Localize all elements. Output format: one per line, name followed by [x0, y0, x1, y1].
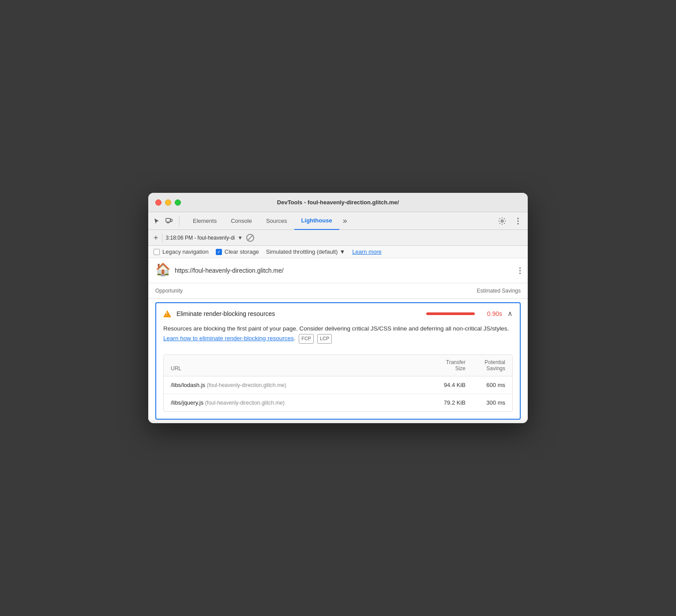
throttle-select[interactable]: Simulated throttling (default) ▼ — [266, 248, 345, 255]
svg-point-5 — [518, 220, 519, 222]
devtools-body: Elements Console Sources Lighthouse » — [148, 212, 528, 419]
close-button[interactable] — [155, 199, 161, 206]
devtools-window: DevTools - foul-heavenly-direction.glitc… — [148, 193, 528, 423]
audit-savings-bar — [426, 312, 475, 315]
tab-bar-actions — [496, 215, 524, 227]
learn-eliminate-link[interactable]: Learn how to eliminate render-blocking r… — [163, 335, 294, 342]
description-text: Resources are blocking the first paint o… — [163, 325, 509, 332]
toolbar-url: 3:18:06 PM - foul-heavenly-di ▼ — [166, 235, 243, 241]
lighthouse-app-icon: 🏠 — [155, 263, 169, 278]
clear-storage-option[interactable]: ✓ Clear storage — [216, 248, 259, 255]
url-more-button[interactable] — [519, 267, 521, 274]
table-row: /libs/jquery.js (foul-heavenly-direction… — [164, 394, 512, 411]
legacy-nav-checkbox[interactable] — [154, 249, 160, 255]
toolbar: + 3:18:06 PM - foul-heavenly-di ▼ — [148, 230, 528, 246]
more-tabs-button[interactable]: » — [339, 212, 351, 230]
row-url-2: /libs/jquery.js (foul-heavenly-direction… — [171, 399, 426, 406]
row-url-1: /libs/lodash.js (foul-heavenly-direction… — [171, 382, 426, 388]
url-chevron-icon[interactable]: ▼ — [237, 235, 243, 241]
row-savings-1: 600 ms — [466, 382, 505, 388]
audit-item: Eliminate render-blocking resources 0.90… — [155, 302, 521, 419]
audit-row: Eliminate render-blocking resources 0.90… — [156, 303, 520, 324]
opportunity-label: Opportunity — [155, 288, 183, 294]
timestamp-text: 3:18:06 PM - foul-heavenly-di — [166, 235, 235, 241]
page-url: https://foul-heavenly-direction.glitch.m… — [175, 267, 514, 274]
clear-storage-checkbox[interactable]: ✓ — [216, 249, 222, 255]
col-savings-header: PotentialSavings — [466, 359, 505, 372]
traffic-lights — [155, 199, 181, 206]
row-size-1: 94.4 KiB — [426, 382, 466, 388]
audit-bar-container — [426, 312, 475, 315]
window-title: DevTools - foul-heavenly-direction.glitc… — [277, 199, 399, 206]
cursor-icon[interactable] — [152, 216, 161, 226]
opportunity-header: Opportunity Estimated Savings — [148, 283, 528, 299]
svg-rect-0 — [166, 218, 170, 222]
tab-console[interactable]: Console — [224, 212, 259, 230]
minimize-button[interactable] — [165, 199, 171, 206]
tab-elements[interactable]: Elements — [186, 212, 224, 230]
options-bar: Legacy navigation ✓ Clear storage Simula… — [148, 246, 528, 258]
svg-point-4 — [518, 218, 519, 219]
tab-bar: Elements Console Sources Lighthouse » — [148, 212, 528, 230]
resource-table: URL TransferSize PotentialSavings /libs/… — [163, 354, 513, 412]
block-requests-icon[interactable] — [246, 234, 254, 242]
audit-expand-icon[interactable]: ∧ — [507, 309, 513, 318]
maximize-button[interactable] — [175, 199, 181, 206]
audit-savings-value: 0.90s — [480, 310, 502, 317]
toolbar-divider — [162, 233, 162, 242]
svg-point-3 — [501, 220, 503, 222]
svg-rect-1 — [170, 219, 172, 222]
main-content: 🏠 https://foul-heavenly-direction.glitch… — [148, 258, 528, 419]
add-tab-button[interactable]: + — [154, 234, 158, 242]
title-bar: DevTools - foul-heavenly-direction.glitc… — [148, 193, 528, 212]
clear-storage-label: Clear storage — [225, 248, 259, 255]
learn-more-link[interactable]: Learn more — [352, 248, 381, 255]
throttle-chevron-icon: ▼ — [339, 248, 345, 255]
table-row: /libs/lodash.js (foul-heavenly-direction… — [164, 376, 512, 394]
tab-bar-icons — [152, 216, 182, 226]
tab-lighthouse[interactable]: Lighthouse — [294, 212, 339, 230]
col-size-header: TransferSize — [426, 359, 466, 372]
col-url-header: URL — [171, 365, 426, 372]
table-header: URL TransferSize PotentialSavings — [164, 355, 512, 376]
legacy-nav-label: Legacy navigation — [162, 248, 209, 255]
lcp-badge: LCP — [317, 334, 332, 344]
url-row: 🏠 https://foul-heavenly-direction.glitch… — [148, 258, 528, 283]
settings-icon[interactable] — [496, 215, 508, 227]
svg-point-6 — [518, 223, 519, 224]
device-icon[interactable] — [164, 216, 174, 226]
row-savings-2: 300 ms — [466, 399, 505, 406]
more-options-icon[interactable] — [512, 215, 524, 227]
warning-icon — [163, 310, 171, 317]
tab-sources[interactable]: Sources — [259, 212, 294, 230]
legacy-nav-option[interactable]: Legacy navigation — [154, 248, 209, 255]
throttle-label: Simulated throttling (default) — [266, 248, 338, 255]
tabs: Elements Console Sources Lighthouse » — [186, 212, 496, 230]
fcp-badge: FCP — [299, 334, 314, 344]
audit-title: Eliminate render-blocking resources — [177, 310, 421, 317]
estimated-savings-label: Estimated Savings — [477, 288, 521, 294]
audit-description: Resources are blocking the first paint o… — [156, 324, 520, 350]
row-size-2: 79.2 KiB — [426, 399, 466, 406]
tab-divider — [179, 216, 180, 226]
